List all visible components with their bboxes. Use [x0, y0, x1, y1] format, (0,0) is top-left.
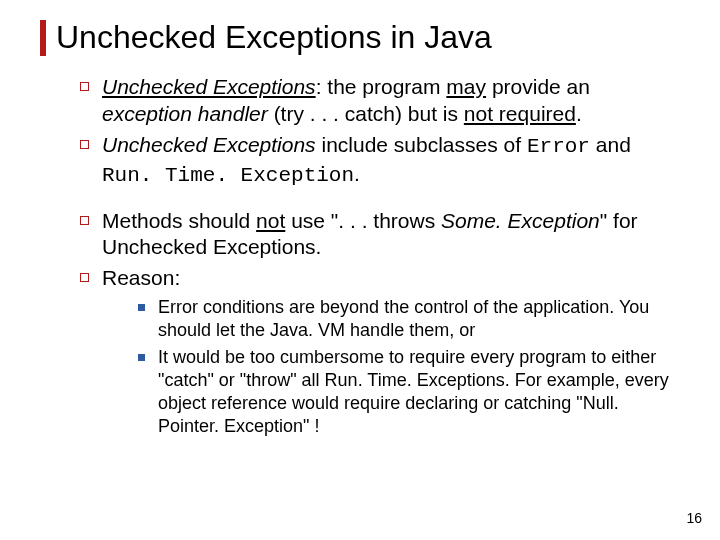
bullet-group-1: Unchecked Exceptions: the program may pr… [80, 74, 680, 190]
text: . [576, 102, 582, 125]
sub-bullet-cumbersome: It would be too cumbersome to require ev… [138, 346, 680, 438]
spacer [80, 198, 680, 208]
bullet-unchecked-subclasses: Unchecked Exceptions include subclasses … [80, 132, 680, 190]
text-italic: Unchecked Exceptions [102, 133, 316, 156]
text: use ". . . throws [285, 209, 441, 232]
text: and [590, 133, 631, 156]
text: Methods should [102, 209, 256, 232]
text: include subclasses of [316, 133, 527, 156]
slide: Unchecked Exceptions in Java Unchecked E… [0, 0, 720, 540]
text: Reason: [102, 266, 180, 289]
text: : the program [316, 75, 447, 98]
slide-number: 16 [686, 510, 702, 526]
text-italic: Some. Exception [441, 209, 600, 232]
bullet-unchecked-definition: Unchecked Exceptions: the program may pr… [80, 74, 680, 128]
text-code: Error [527, 135, 590, 158]
sub-bullet-error-conditions: Error conditions are beyond the control … [138, 296, 680, 342]
slide-body: Unchecked Exceptions: the program may pr… [80, 74, 680, 438]
text-underlined: not [256, 209, 285, 232]
text: . [354, 162, 360, 185]
text-underlined: not required [464, 102, 576, 125]
title-row: Unchecked Exceptions in Java [40, 20, 680, 56]
slide-title: Unchecked Exceptions in Java [56, 20, 492, 55]
bullet-group-2: Methods should not use ". . . throws Som… [80, 208, 680, 439]
text-italic: exception handler [102, 102, 268, 125]
bullet-methods-throws: Methods should not use ". . . throws Som… [80, 208, 680, 262]
sub-bullet-list: Error conditions are beyond the control … [138, 296, 680, 438]
text: (try . . . catch) but is [268, 102, 464, 125]
title-accent-bar [40, 20, 46, 56]
text-underlined: may [446, 75, 486, 98]
text: provide an [486, 75, 590, 98]
text-term: Unchecked Exceptions [102, 75, 316, 98]
bullet-reason: Reason: Error conditions are beyond the … [80, 265, 680, 438]
text-code: Run. Time. Exception [102, 164, 354, 187]
